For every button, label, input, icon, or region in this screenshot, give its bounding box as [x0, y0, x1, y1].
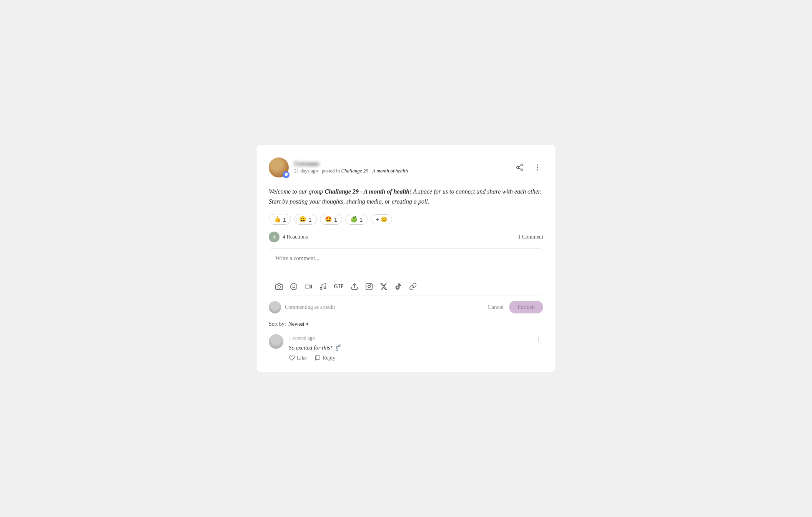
comment-text: So excited for this! 🦿	[289, 344, 543, 351]
more-options-button[interactable]	[532, 162, 543, 173]
comment-avatar-image	[269, 334, 283, 349]
shield-badge	[283, 171, 290, 178]
group-link[interactable]: Challange 29 - A month of health	[341, 168, 408, 174]
svg-rect-17	[366, 283, 373, 290]
reply-icon	[314, 355, 321, 361]
add-reaction-button[interactable]: + 😊	[371, 214, 392, 224]
commenter-avatar	[269, 301, 281, 313]
post-card: Username 21 days ago · posted in Challan…	[256, 145, 556, 372]
comment-as-left: Commenting as arpadit	[269, 301, 335, 313]
reaction-thumbsup[interactable]: 👍 1	[269, 214, 291, 225]
comment-item: 1 second ago So excited for this! 🦿 Like	[269, 334, 543, 361]
comment-content: 1 second ago So excited for this! 🦿 Like	[289, 334, 543, 361]
post-header: Username 21 days ago · posted in Challan…	[269, 157, 543, 177]
svg-point-9	[291, 283, 297, 290]
comment-header-row: 1 second ago	[289, 334, 543, 344]
upload-icon[interactable]	[351, 283, 358, 290]
post-group-name-bold: Challange 29 - A month of health	[324, 188, 409, 195]
sort-value: Newest	[288, 321, 304, 327]
svg-point-14	[320, 288, 322, 290]
reply-label: Reply	[323, 355, 335, 361]
comment-as-actions: Cancel Publish	[488, 301, 543, 313]
cancel-button[interactable]: Cancel	[488, 304, 504, 310]
post-header-left: Username 21 days ago · posted in Challan…	[269, 157, 408, 177]
link-icon[interactable]	[409, 283, 417, 290]
sort-dropdown[interactable]: Newest ▾	[288, 321, 308, 327]
sort-row: Sort by: Newest ▾	[269, 321, 543, 327]
share-button[interactable]	[514, 162, 526, 173]
tiktok-icon[interactable]	[394, 283, 402, 290]
reaction-smile[interactable]: 😀 1	[294, 214, 316, 225]
stats-row: A 4 Reactions 1 Comment	[269, 232, 543, 242]
svg-point-5	[537, 164, 538, 166]
instagram-icon[interactable]	[365, 283, 373, 290]
video-icon[interactable]	[304, 283, 312, 290]
comment-as-row: Commenting as arpadit Cancel Publish	[269, 301, 543, 313]
shield-icon	[284, 172, 288, 177]
svg-line-3	[519, 168, 521, 169]
more-options-icon	[533, 163, 542, 172]
stats-left: A 4 Reactions	[269, 232, 308, 242]
publish-button[interactable]: Publish	[509, 301, 543, 313]
like-button[interactable]: Like	[289, 355, 307, 361]
avatar-wrap	[269, 157, 289, 177]
post-header-right	[514, 162, 543, 173]
heart-icon	[289, 355, 295, 361]
svg-point-8	[278, 286, 281, 288]
post-meta: Username 21 days ago · posted in Challan…	[294, 161, 408, 174]
svg-point-15	[324, 287, 326, 289]
svg-point-20	[538, 337, 539, 338]
comment-time: 1 second ago	[289, 335, 315, 341]
comment-input[interactable]	[275, 255, 537, 278]
soundcloud-icon[interactable]	[319, 283, 327, 290]
comment-toolbar: GIF	[275, 283, 537, 290]
commenter-avatar-image	[269, 301, 281, 313]
reactions-count: 4 Reactions	[283, 234, 308, 240]
share-icon	[516, 163, 524, 172]
reactions-avatar: A	[269, 232, 280, 242]
twitter-x-icon[interactable]	[380, 283, 388, 290]
comment-avatar	[269, 334, 283, 349]
post-username: Username	[294, 161, 408, 167]
svg-point-19	[371, 285, 371, 285]
like-label: Like	[297, 355, 307, 361]
chevron-down-icon: ▾	[306, 321, 308, 327]
comment-box: GIF	[269, 249, 543, 295]
emoji-icon[interactable]	[290, 283, 298, 290]
svg-point-7	[537, 169, 538, 171]
reactions-row: 👍 1 😀 1 🤩 1 🍏 1 + 😊	[269, 214, 543, 225]
comment-more-button[interactable]	[533, 334, 543, 344]
svg-point-22	[538, 341, 539, 341]
post-body: Welcome to our group Challange 29 - A mo…	[269, 187, 543, 206]
svg-point-18	[368, 285, 371, 288]
comment-actions: Like Reply	[289, 355, 543, 361]
post-time: 21 days ago · posted in Challange 29 - A…	[294, 168, 408, 174]
reply-button[interactable]: Reply	[314, 355, 335, 361]
svg-rect-12	[305, 285, 310, 288]
comment-as-text: Commenting as arpadit	[285, 304, 335, 310]
svg-point-21	[538, 339, 539, 340]
camera-icon[interactable]	[275, 283, 283, 290]
reaction-starstruck[interactable]: 🤩 1	[320, 214, 342, 225]
comments-count: 1 Comment	[518, 234, 543, 240]
comment-more-icon	[535, 336, 542, 343]
sort-label: Sort by:	[269, 321, 286, 327]
gif-icon[interactable]: GIF	[334, 283, 344, 290]
svg-line-4	[519, 166, 521, 167]
svg-point-6	[537, 167, 538, 168]
reaction-apple[interactable]: 🍏 1	[345, 214, 368, 225]
